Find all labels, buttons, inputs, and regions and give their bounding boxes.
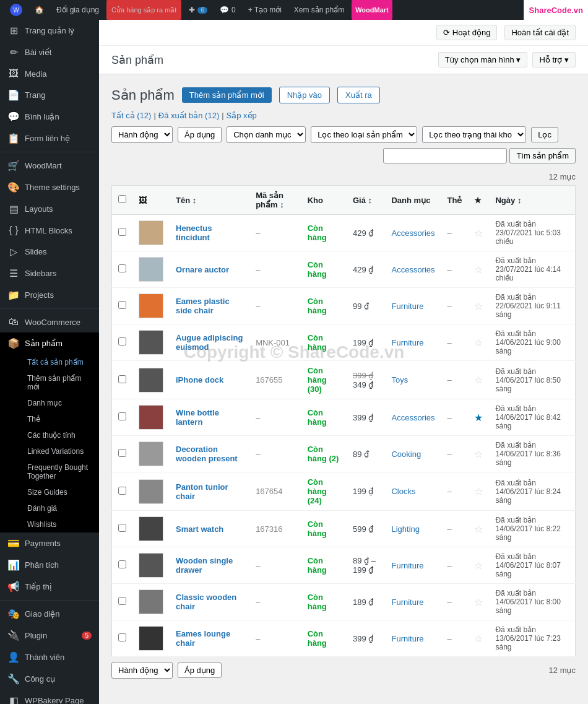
- add-new-button[interactable]: Thêm sản phẩm mới: [182, 87, 272, 103]
- sidebar-item-pages[interactable]: 📄 Trang: [0, 84, 99, 106]
- row-checkbox[interactable]: [118, 264, 126, 272]
- row-checkbox[interactable]: [118, 375, 126, 383]
- comment-count[interactable]: 💬 0: [215, 0, 241, 20]
- product-name-link[interactable]: Wooden single drawer: [176, 556, 233, 575]
- row-checkbox[interactable]: [118, 597, 126, 605]
- product-category-link[interactable]: Accessories: [391, 413, 435, 422]
- th-date[interactable]: Ngày ↕: [489, 186, 575, 215]
- bulk-action-select-bottom[interactable]: Hành động: [111, 662, 173, 679]
- sidebar-item-analytics[interactable]: 📊 Phân tích: [0, 554, 99, 576]
- sidebar-item-projects[interactable]: 📁 Projects: [0, 284, 99, 306]
- bulk-action-select[interactable]: Hành động: [111, 126, 173, 143]
- submenu-size-guides[interactable]: Size Guides: [0, 484, 99, 500]
- view-product[interactable]: Xem sản phẩm: [289, 0, 349, 20]
- site-icon-item[interactable]: 🏠: [30, 0, 49, 20]
- product-name-link[interactable]: Decoration wooden present: [176, 445, 238, 463]
- type-select[interactable]: Lọc theo loại sản phẩm: [311, 126, 417, 143]
- sidebar-item-tools[interactable]: 🔧 Công cụ: [0, 668, 99, 690]
- row-checkbox[interactable]: [118, 560, 126, 568]
- store-status[interactable]: Cửa hàng sắp ra mắt: [106, 0, 181, 20]
- import-button[interactable]: Nhập vào: [279, 87, 330, 103]
- select-all-checkbox[interactable]: [118, 195, 126, 203]
- help-button[interactable]: Hỗ trợ ▾: [532, 52, 576, 67]
- product-name-link[interactable]: Ornare auctor: [176, 265, 229, 274]
- product-star[interactable]: ☆: [474, 228, 483, 238]
- row-checkbox[interactable]: [118, 487, 126, 495]
- submenu-attributes[interactable]: Các thuộc tính: [0, 427, 99, 443]
- status-select[interactable]: Lọc theo trạng thái kho: [422, 126, 526, 143]
- product-name-link[interactable]: Smart watch: [176, 524, 223, 534]
- row-checkbox[interactable]: [118, 524, 126, 532]
- product-name-link[interactable]: Augue adipiscing euismod: [176, 333, 243, 352]
- sidebar-item-html-blocks[interactable]: { } HTML Blocks: [0, 220, 99, 241]
- sort-link[interactable]: Sắp xếp: [227, 111, 257, 120]
- sidebar-item-dashboard[interactable]: ⊞ Trang quản lý: [0, 20, 99, 41]
- product-star[interactable]: ★: [474, 412, 483, 423]
- product-name-link[interactable]: Eames lounge chair: [176, 629, 230, 648]
- sidebar-item-payments[interactable]: 💳 Payments: [0, 532, 99, 554]
- product-star[interactable]: ☆: [474, 633, 483, 644]
- row-checkbox[interactable]: [118, 412, 126, 420]
- product-category-link[interactable]: Cooking: [391, 450, 421, 459]
- row-checkbox[interactable]: [118, 301, 126, 309]
- sidebar-item-products[interactable]: 📦 Sản phẩm: [0, 332, 99, 354]
- sidebar-item-sidebars[interactable]: ☰ Sidebars: [0, 263, 99, 284]
- product-star[interactable]: ☆: [474, 486, 483, 497]
- product-star[interactable]: ☆: [474, 449, 483, 459]
- site-name[interactable]: Đổi gia dụng: [51, 0, 104, 20]
- apply-button[interactable]: Áp dụng: [178, 127, 222, 142]
- woodmart-logo[interactable]: WoodMart: [352, 0, 392, 20]
- product-name-link[interactable]: Henectus tincidunt: [176, 224, 212, 242]
- product-star[interactable]: ☆: [474, 301, 483, 311]
- product-name-link[interactable]: Classic wooden chair: [176, 593, 236, 611]
- product-category-link[interactable]: Accessories: [391, 265, 435, 274]
- new-count[interactable]: ✚ 6: [184, 0, 212, 20]
- sidebar-item-slides[interactable]: ▷ Slides: [0, 241, 99, 263]
- product-name-link[interactable]: Eames plastic side chair: [176, 297, 230, 315]
- category-select[interactable]: Chọn danh mục: [227, 126, 306, 143]
- submenu-categories[interactable]: Danh mục: [0, 395, 99, 411]
- product-category-link[interactable]: Furniture: [391, 338, 423, 347]
- create-new[interactable]: + Tạo mới: [243, 0, 287, 20]
- published-link[interactable]: Đã xuất bản (12): [158, 111, 219, 120]
- submenu-wishlists[interactable]: Wishlists: [0, 516, 99, 532]
- product-name-link[interactable]: Panton tunior chair: [176, 482, 228, 501]
- product-star[interactable]: ☆: [474, 375, 483, 385]
- sidebar-item-layouts[interactable]: ▤ Layouts: [0, 198, 99, 220]
- product-star[interactable]: ☆: [474, 524, 483, 534]
- sidebar-item-plugin[interactable]: 🔌 Plugin 5: [0, 625, 99, 646]
- wp-logo[interactable]: W: [5, 0, 27, 20]
- sidebar-item-comments[interactable]: 💬 Bình luận: [0, 106, 99, 128]
- product-name-link[interactable]: iPhone dock: [176, 375, 223, 385]
- filter-button[interactable]: Lọc: [531, 127, 558, 142]
- product-category-link[interactable]: Accessories: [391, 228, 435, 238]
- all-products-link[interactable]: Tất cả (12): [111, 111, 151, 120]
- sidebar-item-marketing[interactable]: 📢 Tiếp thị: [0, 576, 99, 598]
- search-button[interactable]: Tìm sản phẩm: [509, 148, 576, 163]
- sidebar-item-theme-settings[interactable]: 🎨 Theme settings: [0, 176, 99, 198]
- row-checkbox[interactable]: [118, 337, 126, 345]
- product-category-link[interactable]: Furniture: [391, 561, 423, 570]
- product-category-link[interactable]: Lighting: [391, 524, 420, 534]
- sidebar-item-posts[interactable]: ✏ Bài viết: [0, 41, 99, 63]
- product-star[interactable]: ☆: [474, 337, 483, 348]
- sidebar-item-woodmart[interactable]: 🛒 WoodMart: [0, 155, 99, 176]
- submenu-add-product[interactable]: Thêm sản phẩm mới: [0, 370, 99, 395]
- sidebar-item-wpbakery[interactable]: ◧ WPBakerv Page: [0, 690, 99, 696]
- th-name[interactable]: Tên ↕: [170, 186, 249, 215]
- undo-button[interactable]: Hoàn tất cái đặt: [504, 25, 576, 40]
- search-input[interactable]: [383, 148, 507, 163]
- product-star[interactable]: ☆: [474, 597, 483, 607]
- product-category-link[interactable]: Furniture: [391, 598, 423, 607]
- apply-button-bottom[interactable]: Áp dụng: [178, 663, 222, 678]
- submenu-frequently-bought[interactable]: Frequently Bought Together: [0, 459, 99, 484]
- screen-options-button[interactable]: Tùy chọn màn hình ▾: [438, 52, 528, 67]
- submenu-linked-variations[interactable]: Linked Variations: [0, 443, 99, 459]
- submenu-all-products[interactable]: Tất cả sản phẩm: [0, 354, 99, 370]
- row-checkbox[interactable]: [118, 228, 126, 236]
- sidebar-item-appearance[interactable]: 🎭 Giao diện: [0, 603, 99, 625]
- sidebar-item-woocommerce[interactable]: 🛍 WooCommerce: [0, 311, 99, 332]
- row-checkbox[interactable]: [118, 449, 126, 457]
- product-star[interactable]: ☆: [474, 264, 483, 275]
- submenu-tags[interactable]: Thẻ: [0, 411, 99, 427]
